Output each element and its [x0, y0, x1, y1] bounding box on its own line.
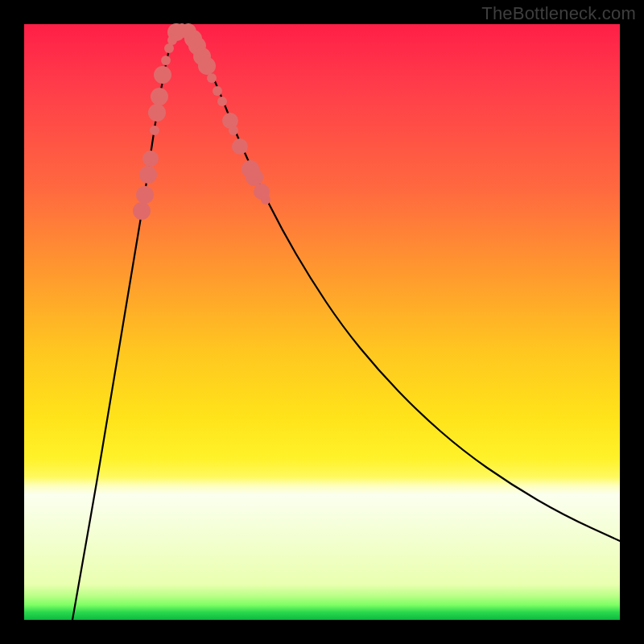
highlight-dot	[198, 57, 216, 75]
highlight-dot	[133, 202, 151, 220]
plot-area	[24, 24, 620, 620]
highlight-dot	[213, 86, 222, 96]
highlight-dot	[139, 166, 157, 184]
highlight-dot	[261, 195, 270, 204]
highlight-dot	[229, 126, 238, 135]
highlight-dot	[217, 97, 227, 106]
highlight-dot	[136, 186, 154, 204]
watermark-text: TheBottleneck.com	[481, 3, 636, 24]
highlight-dot	[151, 88, 168, 105]
highlight-dot	[246, 168, 263, 186]
highlight-dot	[148, 104, 166, 122]
highlight-dot	[150, 126, 159, 135]
chart-frame: TheBottleneck.com	[0, 0, 644, 644]
highlight-dots-group	[133, 23, 270, 220]
highlight-dot	[232, 138, 248, 155]
curve-svg	[24, 24, 620, 620]
highlight-dot	[207, 73, 217, 83]
highlight-dot	[161, 56, 171, 65]
highlight-dot	[154, 66, 171, 84]
highlight-dot	[142, 151, 159, 167]
